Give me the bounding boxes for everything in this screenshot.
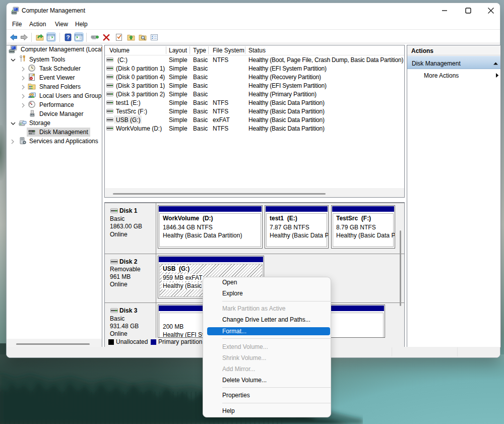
svg-text:?: ?	[66, 34, 70, 40]
